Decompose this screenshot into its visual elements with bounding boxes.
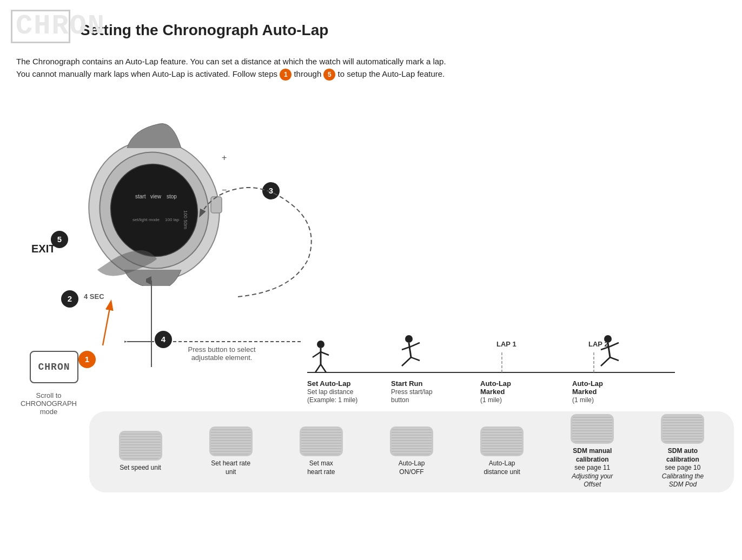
screen-sdm-auto: [661, 414, 704, 444]
press-label: Press button to select adjustable elemen…: [173, 345, 270, 362]
strip-item-speed-unit: Set speed unit: [97, 431, 183, 472]
description: The Chronograph contains an Auto-Lap fea…: [0, 50, 742, 81]
strip-item-sdm-auto: SDM autocalibrationsee page 10Calibratin…: [640, 414, 726, 489]
svg-text:100 lap: 100 lap: [165, 217, 180, 222]
step-2-circle: 2: [61, 290, 78, 308]
strip-item-heart-rate-unit: Set heart rateunit: [188, 426, 274, 476]
svg-line-31: [411, 357, 420, 361]
chron-box: CHRON: [30, 351, 78, 383]
screen-heart-rate-unit: [209, 426, 253, 456]
svg-line-37: [610, 357, 619, 361]
diagram-area: start view stop set/light mode 100 lap 1…: [0, 86, 742, 497]
logo: CHRON: [11, 10, 70, 50]
svg-text:Set lap distance: Set lap distance: [307, 388, 354, 396]
desc-line2: You cannot manually mark laps when Auto-…: [16, 68, 726, 81]
step-4-circle: 4: [155, 331, 172, 348]
watch-illustration: start view stop set/light mode 100 lap 1…: [65, 113, 238, 286]
step-3-circle: 3: [262, 182, 280, 199]
svg-text:LAP 2: LAP 2: [588, 340, 608, 348]
svg-text:+: +: [222, 153, 227, 162]
label-sdm-auto: SDM autocalibrationsee page 10Calibratin…: [662, 447, 704, 489]
page-title: Setting the Chronograph Auto-Lap: [80, 22, 328, 39]
label-heart-rate-unit: Set heart rateunit: [211, 459, 250, 476]
sec-label: 4 SEC: [84, 292, 104, 301]
svg-text:Auto-Lap: Auto-Lap: [572, 379, 603, 388]
strip-item-sdm-manual: SDM manualcalibrationsee page 11Adjustin…: [549, 414, 635, 489]
svg-line-23: [321, 352, 329, 355]
screen-autolap-onoff: [390, 426, 433, 456]
label-sdm-manual: SDM manualcalibrationsee page 11Adjustin…: [572, 447, 613, 489]
svg-text:Marked: Marked: [572, 388, 597, 396]
svg-line-27: [409, 343, 411, 357]
svg-rect-10: [211, 197, 222, 213]
svg-text:start: start: [135, 194, 146, 199]
svg-line-13: [103, 302, 111, 345]
bottom-strip: Set speed unit Set heart rateunit Set ma…: [89, 411, 734, 492]
svg-line-36: [601, 357, 610, 366]
strip-item-autolap-dist: Auto-Lapdistance unit: [459, 426, 545, 476]
strip-item-autolap-onoff: Auto-LapON/OFF: [368, 426, 454, 476]
strip-item-max-heart-rate: Set maxheart rate: [278, 426, 364, 476]
svg-text:(Example: 1 mile): (Example: 1 mile): [307, 396, 357, 404]
step-1-circle: 1: [78, 351, 96, 368]
label-autolap-dist: Auto-Lapdistance unit: [483, 459, 520, 476]
svg-text:Set Auto-Lap: Set Auto-Lap: [307, 379, 350, 388]
svg-point-26: [405, 335, 413, 343]
svg-point-20: [317, 341, 324, 348]
screen-sdm-manual: [571, 414, 614, 444]
svg-text:(1 mile): (1 mile): [572, 396, 594, 404]
svg-line-29: [411, 343, 420, 346]
svg-text:stop: stop: [167, 194, 177, 199]
svg-text:view: view: [150, 194, 162, 199]
svg-text:button: button: [391, 396, 409, 404]
svg-line-22: [313, 352, 321, 357]
svg-text:Auto-Lap: Auto-Lap: [480, 379, 511, 388]
svg-line-24: [315, 364, 321, 372]
logo-text: CHRON: [11, 10, 70, 43]
screen-max-heart-rate: [300, 426, 343, 456]
svg-line-30: [402, 357, 411, 366]
svg-text:100 50m: 100 50m: [183, 210, 188, 229]
label-speed-unit: Set speed unit: [120, 464, 161, 472]
scroll-label: Scroll toCHRONOGRAPHmode: [16, 391, 81, 416]
svg-text:Press start/lap: Press start/lap: [391, 388, 433, 396]
desc-line1: The Chronograph contains an Auto-Lap fea…: [16, 56, 726, 68]
svg-text:LAP 1: LAP 1: [496, 340, 516, 348]
label-autolap-onoff: Auto-LapON/OFF: [399, 459, 425, 476]
step-circle-5: 5: [323, 69, 335, 81]
label-max-heart-rate: Set maxheart rate: [307, 459, 335, 476]
screen-autolap-dist: [480, 426, 524, 456]
svg-text:−: −: [222, 185, 227, 195]
screen-speed-unit: [119, 431, 162, 461]
svg-text:set/light: set/light: [132, 217, 148, 222]
svg-text:mode: mode: [149, 217, 160, 222]
step-circle-1: 1: [280, 69, 292, 81]
svg-line-25: [321, 364, 326, 372]
page-header: CHRON Setting the Chronograph Auto-Lap: [0, 0, 742, 50]
exit-label: EXIT: [31, 243, 55, 255]
svg-text:Marked: Marked: [480, 388, 505, 396]
svg-text:(1 mile): (1 mile): [480, 396, 502, 404]
svg-text:Start Run: Start Run: [391, 379, 423, 388]
svg-line-35: [610, 343, 619, 346]
